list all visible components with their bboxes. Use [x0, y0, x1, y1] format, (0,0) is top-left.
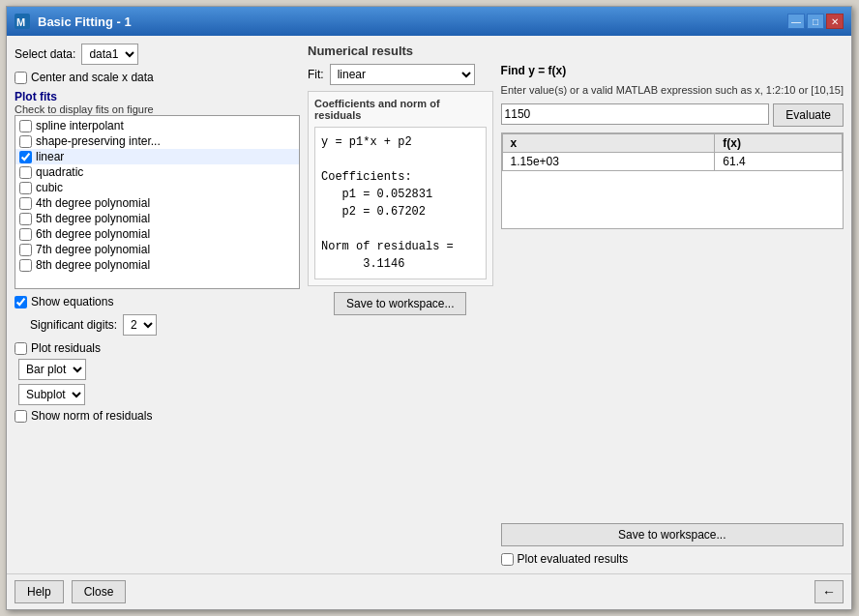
fit-item-5th[interactable]: 5th degree polynomial: [15, 211, 299, 226]
numerical-results-title: Numerical results: [308, 44, 844, 58]
coeff-title: Coefficients and norm of residuals: [314, 98, 487, 121]
find-fx-desc: Enter value(s) or a valid MATLAB express…: [501, 83, 844, 98]
sig-digits-row: Significant digits: 2: [15, 314, 300, 336]
table-row: 1.15e+03 61.4: [502, 153, 842, 171]
fit-checkbox-8th[interactable]: [19, 259, 32, 272]
help-button[interactable]: Help: [15, 580, 64, 603]
fit-item-cubic[interactable]: cubic: [15, 180, 299, 195]
right-panel: Numerical results Fit: linear quadratic …: [308, 44, 844, 566]
fit-label-7th: 7th degree polynomial: [36, 243, 150, 256]
title-bar: M Basic Fitting - 1 — □ ✕: [7, 7, 851, 36]
fit-label-quadratic: quadratic: [36, 165, 83, 179]
close-button[interactable]: Close: [72, 580, 127, 603]
select-data-label: Select data:: [15, 47, 75, 61]
plot-evaluated-label: Plot evaluated results: [518, 552, 629, 566]
find-save-workspace-button[interactable]: Save to workspace...: [501, 523, 844, 546]
fit-item-7th[interactable]: 7th degree polynomial: [15, 242, 299, 257]
subplot-dropdown[interactable]: Subplot: [18, 384, 85, 405]
select-data-row: Select data: data1: [15, 44, 300, 65]
minimize-button[interactable]: —: [787, 14, 805, 29]
fit-item-linear[interactable]: linear: [15, 149, 299, 164]
results-table: x f(x) 1.15e+03 61.4: [502, 133, 843, 171]
results-col-x: x: [502, 134, 715, 153]
fit-label-8th: 8th degree polynomial: [36, 258, 150, 272]
window-close-button[interactable]: ✕: [826, 14, 844, 29]
evaluate-button[interactable]: Evaluate: [773, 103, 844, 127]
fit-checkbox-spline[interactable]: [19, 120, 32, 132]
result-x-value: 1.15e+03: [502, 153, 715, 171]
center-scale-label: Center and scale x data: [31, 71, 154, 84]
fit-item-quadratic[interactable]: quadratic: [15, 164, 299, 180]
fit-label-cubic: cubic: [36, 181, 63, 194]
coefficients-box: y = p1*x + p2 Coefficients: p1 = 0.05283…: [314, 127, 487, 279]
fit-selection-row: Fit: linear quadratic cubic: [308, 64, 493, 85]
fit-item-4th[interactable]: 4th degree polynomial: [15, 195, 299, 211]
save-workspace-container: Save to workspace...: [308, 292, 493, 315]
fit-label-4th: 4th degree polynomial: [36, 196, 150, 210]
find-fx-title: Find y = f(x): [501, 64, 844, 77]
result-fx-value: 61.4: [715, 153, 843, 171]
bottom-buttons-bar: Help Close ←: [7, 573, 851, 609]
fit-item-6th[interactable]: 6th degree polynomial: [15, 226, 299, 242]
plot-residuals-row: Plot residuals: [15, 341, 300, 355]
show-norm-label: Show norm of residuals: [31, 409, 152, 423]
maximize-button[interactable]: □: [807, 14, 824, 29]
find-bottom: Save to workspace... Plot evaluated resu…: [501, 523, 844, 566]
main-content-row: Fit: linear quadratic cubic Coefficients…: [308, 64, 844, 566]
numerical-left: Fit: linear quadratic cubic Coefficients…: [308, 64, 493, 566]
bar-plot-row: Bar plot: [15, 359, 300, 380]
title-bar-buttons: — □ ✕: [787, 14, 844, 29]
fit-checkbox-shape[interactable]: [19, 135, 32, 148]
fit-label-spline: spline interpolant: [36, 119, 124, 132]
fit-item-8th[interactable]: 8th degree polynomial: [15, 257, 299, 273]
left-panel: Select data: data1 Center and scale x da…: [15, 44, 300, 566]
fit-checkbox-linear[interactable]: [19, 151, 32, 163]
fit-item-shape[interactable]: shape-preserving inter...: [15, 133, 299, 149]
center-scale-row: Center and scale x data: [15, 71, 300, 84]
fit-checkbox-5th[interactable]: [19, 213, 32, 225]
plot-residuals-label: Plot residuals: [31, 341, 101, 355]
results-table-container: x f(x) 1.15e+03 61.4: [501, 132, 844, 229]
fit-checkbox-6th[interactable]: [19, 228, 32, 241]
fit-label-6th: 6th degree polynomial: [36, 227, 150, 241]
app-icon: M: [15, 14, 30, 29]
subplot-row: Subplot: [15, 384, 300, 405]
plot-fits-title: Plot fits: [15, 90, 300, 103]
window-title: Basic Fitting - 1: [38, 15, 132, 29]
fit-list-wrapper: spline interpolant shape-preserving inte…: [15, 115, 300, 289]
plot-evaluated-checkbox[interactable]: [501, 553, 514, 566]
evaluate-input[interactable]: [501, 103, 770, 125]
fit-list-inner: spline interpolant shape-preserving inte…: [15, 116, 299, 275]
fit-checkbox-cubic[interactable]: [19, 182, 32, 194]
fit-checkbox-7th[interactable]: [19, 244, 32, 256]
fit-item-spline[interactable]: spline interpolant: [15, 118, 299, 133]
sig-digits-label: Significant digits:: [30, 318, 117, 332]
plot-residuals-section: Plot residuals Bar plot Subplot Show nor…: [15, 341, 300, 423]
evaluate-row: Evaluate: [501, 103, 844, 127]
select-data-dropdown[interactable]: data1: [81, 44, 138, 65]
plot-residuals-checkbox[interactable]: [15, 342, 27, 355]
show-equations-label: Show equations: [31, 295, 113, 308]
center-scale-checkbox[interactable]: [15, 72, 27, 84]
main-window: M Basic Fitting - 1 — □ ✕ Select data: d…: [6, 6, 852, 610]
fit-label: Fit:: [308, 68, 324, 81]
plot-evaluated-row: Plot evaluated results: [501, 552, 844, 566]
fit-label-linear: linear: [36, 150, 64, 163]
nav-arrow-button[interactable]: ←: [815, 580, 844, 603]
fit-label-shape: shape-preserving inter...: [36, 134, 161, 148]
fit-checkbox-4th[interactable]: [19, 197, 32, 210]
save-workspace-button[interactable]: Save to workspace...: [334, 292, 466, 315]
show-equations-checkbox[interactable]: [15, 296, 27, 308]
svg-text:M: M: [16, 16, 25, 28]
numerical-results-section: Coefficients and norm of residuals y = p…: [308, 91, 493, 286]
plot-fits-section: Plot fits Check to display fits on figur…: [15, 90, 300, 289]
fit-list-container[interactable]: spline interpolant shape-preserving inte…: [15, 115, 300, 289]
results-col-fx: f(x): [715, 134, 843, 153]
sig-digits-dropdown[interactable]: 2: [123, 314, 157, 336]
bar-plot-dropdown[interactable]: Bar plot: [18, 359, 86, 380]
show-norm-checkbox[interactable]: [15, 410, 27, 423]
find-fx-panel: Find y = f(x) Enter value(s) or a valid …: [501, 64, 844, 566]
main-content: Select data: data1 Center and scale x da…: [7, 36, 851, 573]
fit-checkbox-quadratic[interactable]: [19, 166, 32, 179]
fit-dropdown[interactable]: linear quadratic cubic: [330, 64, 475, 85]
